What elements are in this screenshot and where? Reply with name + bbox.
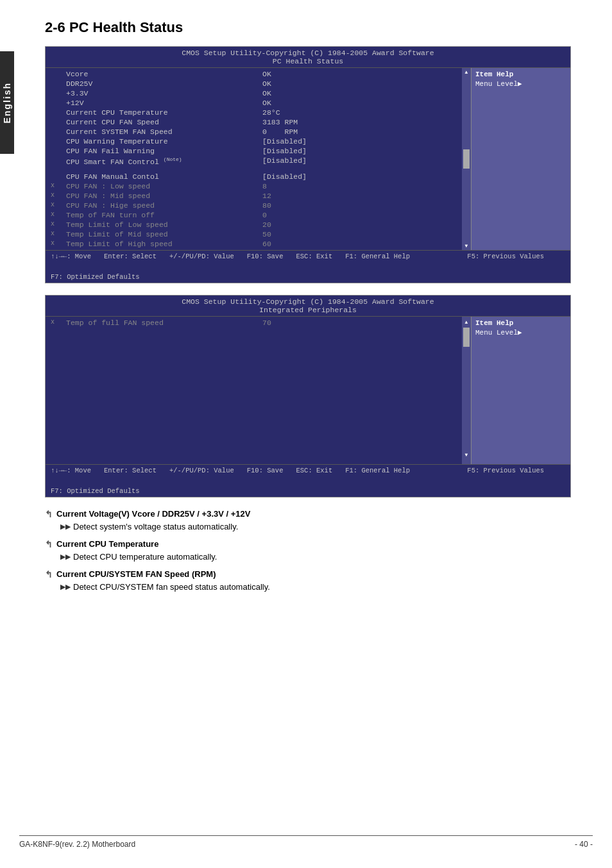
bios-copyright-2: CMOS Setup Utility-Copyright (C) 1984-20…	[46, 297, 570, 306]
desc-dbl-arrow-voltage: ▶▶	[60, 522, 71, 531]
footer-left: GA-K8NF-9(rev. 2.2) Motherboard	[19, 840, 135, 849]
scroll-up-icon-2[interactable]: ▲	[465, 319, 468, 325]
bios-scrollbar-2[interactable]: ▲ ▼	[462, 317, 471, 464]
bios-row-sys-fan-speed: Current SYSTEM FAN Speed 0 RPM	[51, 127, 457, 137]
page-footer: GA-K8NF-9(rev. 2.2) Motherboard - 40 -	[19, 835, 593, 849]
bios-row-cpu-smart-fan: CPU Smart FAN Control (Note) [Disabled]	[51, 156, 457, 167]
footer-f5-1: F5: Previous Values	[423, 253, 544, 260]
bios-row-temp-full-fan: x Temp of full FAN speed 70	[51, 318, 457, 328]
bios-row-cpu-temp: Current CPU Temperature 28°C	[51, 108, 457, 117]
bios-row-temp-limit-low: x Temp Limit of Low speed 20	[51, 220, 457, 230]
desc-text-cpu-temp: Detect CPU temperature automatically.	[73, 552, 217, 562]
desc-heading-fan-speed: Current CPU/SYSTEM FAN Speed (RPM)	[56, 569, 216, 579]
desc-body-voltage: ▶▶ Detect system's voltage status automa…	[60, 522, 586, 531]
bios-row-temp-limit-mid: x Temp Limit of Mid speed 50	[51, 230, 457, 239]
bios-help-1: Item Help Menu Level▶	[471, 68, 570, 250]
footer-right: - 40 -	[575, 840, 593, 849]
bios-row-vcore: Vcore OK	[51, 69, 457, 79]
bios-screen-1: CMOS Setup Utility-Copyright (C) 1984-20…	[45, 46, 571, 283]
footer-enter-1: Enter: Select	[104, 253, 157, 260]
desc-text-voltage: Detect system's voltage status automatic…	[73, 522, 238, 531]
page-title: 2-6 PC Health Status	[45, 19, 586, 36]
desc-body-cpu-temp: ▶▶ Detect CPU temperature automatically.	[60, 552, 586, 562]
bios-footer-2: ↑↓→←: Move Enter: Select +/-/PU/PD: Valu…	[46, 464, 570, 497]
desc-text-fan-speed: Detect CPU/SYSTEM fan speed status autom…	[73, 582, 270, 592]
bios-row-fan-turnoff: x Temp of FAN turn off 0	[51, 210, 457, 220]
desc-body-fan-speed: ▶▶ Detect CPU/SYSTEM fan speed status au…	[60, 582, 586, 592]
bios-spacer	[51, 167, 457, 172]
desc-heading-cpu-temp: Current CPU Temperature	[56, 539, 158, 549]
bios-row-fan-low: x CPU FAN : Low speed 8	[51, 181, 457, 191]
bios-row-cpu-fan-fail: CPU FAN Fail Warning [Disabled]	[51, 146, 457, 156]
desc-section-voltage: ↰ Current Voltage(V) Vcore / DDR25V / +3…	[45, 509, 586, 531]
bios-row-fan-high: x CPU FAN : Hige speed 80	[51, 201, 457, 210]
desc-title-cpu-temp: ↰ Current CPU Temperature	[45, 539, 586, 549]
bios-row-33v: +3.3V OK	[51, 88, 457, 98]
bios-help-subtitle-2: Menu Level▶	[475, 328, 566, 337]
desc-title-voltage: ↰ Current Voltage(V) Vcore / DDR25V / +3…	[45, 509, 586, 519]
desc-dbl-arrow-cpu-temp: ▶▶	[60, 553, 71, 561]
footer-enter-2: Enter: Select	[104, 467, 157, 474]
desc-arrow-voltage: ↰	[45, 509, 53, 519]
desc-title-fan-speed: ↰ Current CPU/SYSTEM FAN Speed (RPM)	[45, 569, 586, 580]
desc-arrow-cpu-temp: ↰	[45, 539, 53, 549]
scroll-thumb-2[interactable]	[463, 328, 470, 347]
footer-f10-2: F10: Save	[247, 467, 284, 474]
bios-row-cpu-fan-manual: CPU FAN Manual Contol [Disabled]	[51, 172, 457, 181]
footer-esc-2: ESC: Exit	[296, 467, 332, 474]
bios-main-2: x Temp of full FAN speed 70	[46, 317, 462, 464]
footer-move-1: ↑↓→←: Move	[51, 253, 91, 260]
scroll-down-icon[interactable]: ▼	[465, 243, 468, 249]
footer-move-2: ↑↓→←: Move	[51, 467, 91, 474]
side-tab: English	[0, 51, 14, 154]
footer-f7-1: F7: Optimized Defaults	[51, 273, 140, 281]
footer-value-2: +/-/PU/PD: Value	[169, 467, 234, 474]
desc-section-fan-speed: ↰ Current CPU/SYSTEM FAN Speed (RPM) ▶▶ …	[45, 569, 586, 592]
bios-main-1: Vcore OK DDR25V OK +3.3V OK +12V OK	[46, 68, 462, 250]
footer-f1-1: F1: General Help	[345, 253, 410, 260]
bios-help-title-1: Item Help	[475, 71, 566, 78]
scroll-up-icon[interactable]: ▲	[465, 69, 468, 75]
footer-f10-1: F10: Save	[247, 253, 284, 260]
bios-help-subtitle-1: Menu Level▶	[475, 79, 566, 88]
desc-section-cpu-temp: ↰ Current CPU Temperature ▶▶ Detect CPU …	[45, 539, 586, 562]
footer-f5-2: F5: Previous Values	[423, 467, 544, 474]
footer-esc-1: ESC: Exit	[296, 253, 332, 260]
desc-dbl-arrow-fan-speed: ▶▶	[60, 583, 71, 591]
bios-header-1: CMOS Setup Utility-Copyright (C) 1984-20…	[46, 47, 570, 68]
footer-f7-2: F7: Optimized Defaults	[51, 487, 140, 495]
bios-copyright-1: CMOS Setup Utility-Copyright (C) 1984-20…	[46, 49, 570, 57]
bios-row-cpu-warn-temp: CPU Warning Temperature [Disabled]	[51, 137, 457, 146]
bios-title-1: PC Health Status	[46, 57, 570, 65]
scroll-down-icon-2[interactable]: ▼	[465, 452, 468, 458]
bios-screen-2: CMOS Setup Utility-Copyright (C) 1984-20…	[45, 295, 571, 497]
footer-f1-2: F1: General Help	[345, 467, 410, 474]
bios-scrollbar-1[interactable]: ▲ ▼	[462, 68, 471, 250]
bios-row-ddr25v: DDR25V OK	[51, 79, 457, 88]
bios-footer-1: ↑↓→←: Move Enter: Select +/-/PU/PD: Valu…	[46, 250, 570, 283]
bios-row-12v: +12V OK	[51, 98, 457, 108]
bios-row-cpu-fan-speed: Current CPU FAN Speed 3183 RPM	[51, 117, 457, 127]
desc-heading-voltage: Current Voltage(V) Vcore / DDR25V / +3.3…	[56, 509, 250, 519]
footer-value-1: +/-/PU/PD: Value	[169, 253, 234, 260]
side-tab-label: English	[2, 82, 12, 124]
bios-header-2: CMOS Setup Utility-Copyright (C) 1984-20…	[46, 296, 570, 317]
bios-row-fan-mid: x CPU FAN : Mid speed 12	[51, 191, 457, 201]
bios-help-title-2: Item Help	[475, 319, 566, 327]
bios-title-2: Integrated Peripherals	[46, 306, 570, 314]
scroll-thumb[interactable]	[463, 149, 470, 169]
bios-row-temp-limit-high: x Temp Limit of High speed 60	[51, 239, 457, 249]
bios-help-2: Item Help Menu Level▶	[471, 317, 570, 464]
desc-arrow-fan-speed: ↰	[45, 569, 53, 580]
